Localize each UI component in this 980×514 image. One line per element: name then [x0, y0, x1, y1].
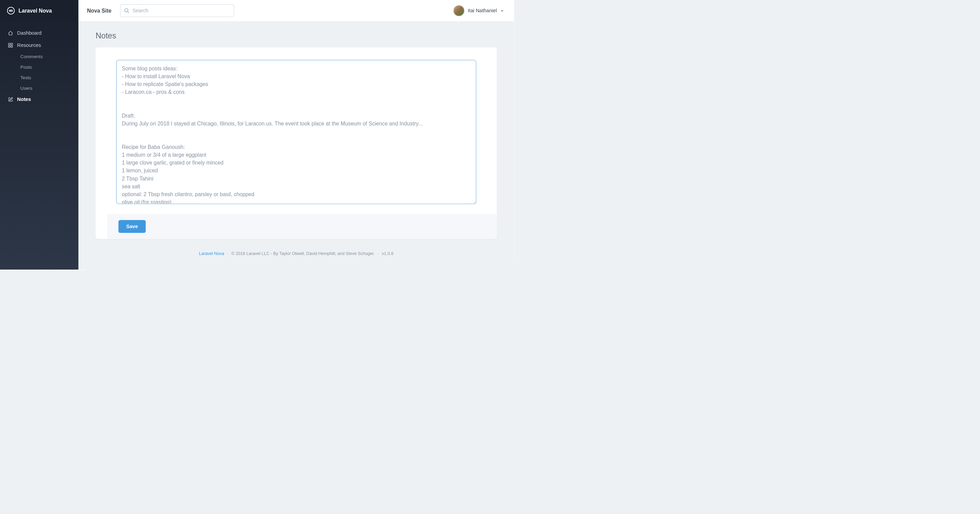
svg-rect-1	[8, 43, 10, 45]
svg-rect-2	[11, 43, 13, 45]
footer-version: v1.0.6	[382, 251, 393, 256]
sidebar-resources-list: Comments Posts Tests Users	[0, 51, 78, 94]
user-name: Itai Nathaniel	[468, 8, 497, 14]
svg-point-5	[124, 8, 128, 12]
notes-card: Save	[95, 48, 497, 239]
notes-textarea[interactable]	[116, 60, 476, 204]
sidebar-item-dashboard[interactable]: Dashboard	[0, 27, 78, 40]
save-bar: Save	[107, 214, 497, 239]
save-button[interactable]: Save	[118, 220, 146, 233]
sidebar: Laravel Nova Dashboard Resources Comment…	[0, 0, 78, 270]
sidebar-nav: Dashboard Resources Comments Posts Tests…	[0, 21, 78, 111]
sidebar-subitem-posts[interactable]: Posts	[13, 62, 78, 72]
sidebar-item-label: Dashboard	[17, 30, 41, 36]
search-icon	[124, 8, 130, 14]
site-name: Nova Site	[87, 8, 111, 14]
sidebar-subitem-comments[interactable]: Comments	[13, 51, 78, 62]
footer: Laravel Nova · © 2018 Laravel LLC - By T…	[95, 247, 497, 260]
avatar	[453, 5, 465, 16]
search-wrapper	[120, 4, 234, 17]
grid-icon	[8, 43, 13, 48]
sidebar-item-resources[interactable]: Resources	[0, 39, 78, 51]
svg-rect-4	[11, 46, 13, 48]
sidebar-item-label: Notes	[17, 97, 31, 102]
sidebar-subitem-users[interactable]: Users	[13, 83, 78, 94]
sidebar-header: Laravel Nova	[0, 0, 78, 21]
footer-link[interactable]: Laravel Nova	[199, 251, 224, 256]
page-title: Notes	[95, 31, 497, 40]
footer-copyright: © 2018 Laravel LLC - By Taylor Otwell, D…	[231, 251, 375, 256]
svg-rect-3	[8, 46, 10, 48]
sidebar-item-label: Resources	[17, 43, 41, 48]
sidebar-subitem-tests[interactable]: Tests	[13, 72, 78, 83]
user-menu[interactable]: Itai Nathaniel	[453, 5, 506, 16]
topbar: Nova Site Itai Nathaniel	[78, 0, 514, 21]
content: Notes Save Laravel Nova · © 2018 Laravel…	[78, 21, 514, 270]
nova-logo-icon	[7, 6, 15, 14]
edit-icon	[8, 97, 13, 102]
main: Nova Site Itai Nathaniel Notes	[78, 0, 514, 270]
home-icon	[8, 30, 13, 36]
brand-title: Laravel Nova	[19, 8, 52, 14]
chevron-down-icon	[500, 8, 504, 13]
sidebar-item-notes[interactable]: Notes	[0, 94, 78, 106]
search-input[interactable]	[120, 4, 234, 17]
svg-line-6	[127, 11, 129, 13]
